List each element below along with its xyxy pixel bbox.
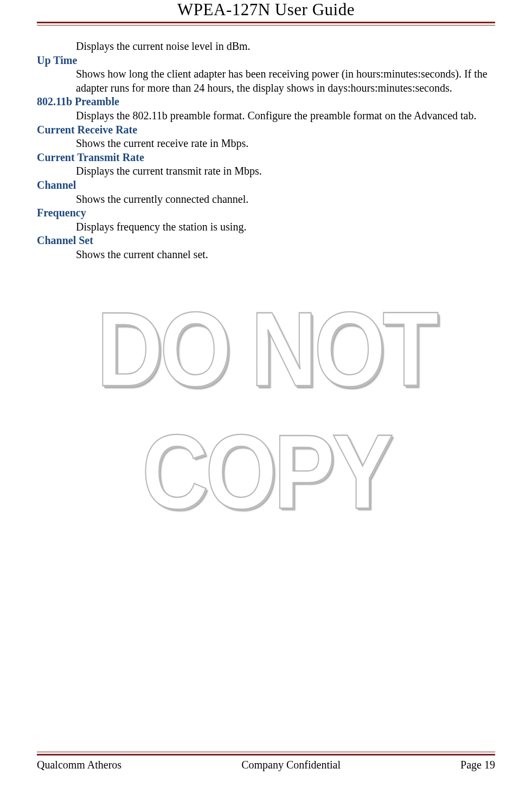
definition-body: Displays frequency the station is using. <box>76 220 495 234</box>
watermark: DO NOT COPY <box>0 304 532 516</box>
header-title: WPEA-127N User Guide <box>37 0 495 22</box>
definition-term: Up Time <box>37 54 495 68</box>
definition-term: Current Transmit Rate <box>37 151 495 165</box>
definition-body: Shows the current channel set. <box>76 248 495 262</box>
header-rule <box>37 22 495 25</box>
footer-rule <box>37 752 495 755</box>
footer-left: Qualcomm Atheros <box>37 759 121 771</box>
watermark-text: DO NOT COPY <box>0 288 532 533</box>
definition-body: Shows the current receive rate in Mbps. <box>76 137 495 151</box>
definition-term: Frequency <box>37 206 495 220</box>
definition-body: Displays the 802.11b preamble format. Co… <box>76 109 495 123</box>
definition-body: Displays the current noise level in dBm. <box>76 40 495 54</box>
content-body: Displays the current noise level in dBm.… <box>37 40 495 262</box>
footer-row: Qualcomm Atheros Company Confidential Pa… <box>37 759 495 771</box>
definition-term: 802.11b Preamble <box>37 95 495 109</box>
page-footer: Qualcomm Atheros Company Confidential Pa… <box>37 752 495 771</box>
footer-center: Company Confidential <box>241 759 341 771</box>
definition-body: Shows the currently connected channel. <box>76 193 495 207</box>
definition-term: Channel Set <box>37 234 495 248</box>
page: WPEA-127N User Guide Displays the curren… <box>0 0 532 794</box>
footer-right: Page 19 <box>460 759 495 771</box>
definition-term: Current Receive Rate <box>37 123 495 137</box>
definition-body: Displays the current transmit rate in Mb… <box>76 164 495 178</box>
definition-term: Channel <box>37 178 495 193</box>
definition-body: Shows how long the client adapter has be… <box>76 67 495 95</box>
